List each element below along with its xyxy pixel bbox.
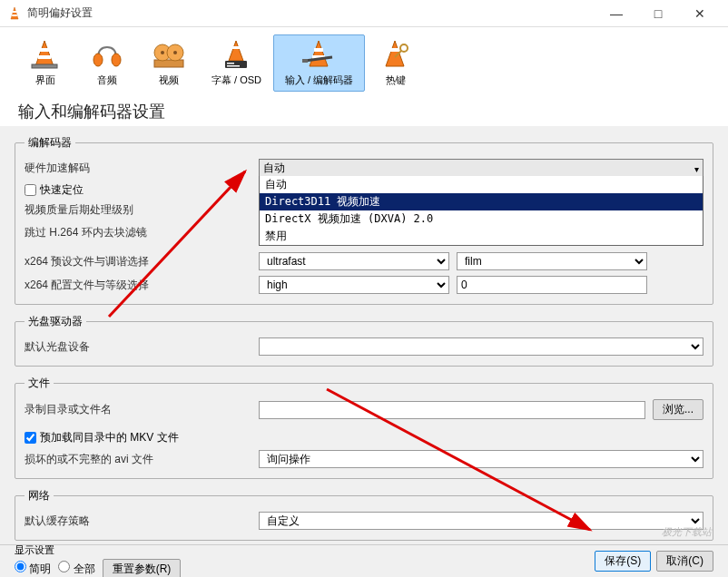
svg-marker-0: [11, 7, 18, 19]
default-disc-select[interactable]: [259, 337, 703, 356]
record-dir-label: 录制目录或文件名: [25, 402, 251, 417]
svg-rect-4: [40, 48, 49, 52]
svg-marker-19: [310, 41, 328, 66]
svg-rect-2: [12, 15, 17, 16]
tab-hotkeys[interactable]: 热键: [365, 34, 427, 92]
radio-simple-row[interactable]: 简明: [15, 561, 51, 577]
fast-seek-label: 快速定位: [40, 182, 84, 198]
minimize-button[interactable]: —: [595, 0, 637, 27]
tab-label: 视频: [159, 73, 179, 87]
svg-point-12: [161, 51, 164, 54]
svg-point-7: [93, 54, 103, 66]
footer: 显示设置 简明 全部 重置参数(R) 保存(S) 取消(C): [0, 544, 728, 577]
hw-decode-select-visible[interactable]: 自动: [259, 159, 703, 178]
preload-mkv-checkbox[interactable]: [25, 432, 36, 444]
svg-rect-1: [13, 11, 16, 13]
network-group: 网络 默认缓存策略 自定义: [15, 488, 713, 541]
cache-policy-label: 默认缓存策略: [25, 513, 251, 529]
skip-loop-label: 跳过 H.264 环内去块滤镜: [25, 225, 251, 240]
vlc-app-icon: [7, 6, 22, 21]
tab-label: 音频: [97, 73, 117, 87]
tab-video[interactable]: 视频: [138, 34, 200, 92]
chevron-down-icon: [694, 162, 699, 175]
window-title: 简明偏好设置: [27, 5, 595, 21]
radio-all[interactable]: [58, 561, 70, 572]
x264-profile-select[interactable]: high: [259, 276, 449, 294]
close-button[interactable]: ✕: [679, 0, 721, 27]
codec-legend: 编解码器: [25, 135, 75, 151]
svg-rect-5: [38, 55, 51, 59]
tab-audio[interactable]: 音频: [76, 34, 138, 92]
cone-jack-icon: [300, 39, 339, 72]
cone-board-icon: [218, 39, 256, 72]
browse-button[interactable]: 浏览...: [653, 399, 703, 420]
tab-interface[interactable]: 界面: [15, 34, 76, 92]
damaged-avi-select[interactable]: 询问操作: [259, 450, 703, 468]
watermark: 极光下载站: [662, 525, 712, 539]
window-controls: — □ ✕: [595, 0, 721, 27]
cone-key-icon: [377, 39, 415, 72]
codec-group: 编解码器 硬件加速解码 自动 自动 Direct3D11 视频加速 Direct…: [15, 135, 713, 305]
svg-rect-18: [227, 65, 240, 67]
postproc-label: 视频质量后期处理级别: [25, 202, 251, 218]
x264-preset-select[interactable]: ultrafast: [259, 252, 449, 270]
tab-label: 字幕 / OSD: [212, 73, 261, 87]
reset-button[interactable]: 重置参数(R): [103, 559, 182, 578]
dropdown-option-dxva2[interactable]: DirectX 视频加速 (DXVA) 2.0: [260, 210, 703, 228]
settings-scroll-area[interactable]: 编解码器 硬件加速解码 自动 自动 Direct3D11 视频加速 Direct…: [0, 126, 728, 577]
radio-simple[interactable]: [15, 561, 26, 572]
cancel-button[interactable]: 取消(C): [656, 551, 713, 572]
maximize-button[interactable]: □: [637, 0, 679, 27]
x264-tune-select[interactable]: film: [457, 252, 647, 270]
optical-legend: 光盘驱动器: [25, 314, 86, 329]
cone-icon: [26, 39, 64, 72]
toolbar: 界面 音频 视频 字幕 / OSD 输入 / 编解码器 热键: [0, 27, 728, 95]
svg-rect-17: [227, 63, 234, 64]
tab-label: 输入 / 编解码器: [285, 73, 353, 87]
damaged-avi-label: 损坏的或不完整的 avi 文件: [25, 452, 251, 467]
svg-rect-16: [225, 61, 247, 68]
dropdown-option-d3d11[interactable]: Direct3D11 视频加速: [260, 193, 703, 210]
film-icon: [150, 39, 188, 72]
svg-rect-20: [314, 48, 323, 52]
dropdown-option-auto[interactable]: 自动: [260, 176, 703, 193]
dropdown-option-disable[interactable]: 禁用: [260, 228, 703, 245]
record-dir-input[interactable]: [259, 401, 645, 419]
fast-seek-checkbox[interactable]: [25, 184, 36, 196]
radio-all-row[interactable]: 全部: [58, 561, 94, 577]
files-group: 文件 录制目录或文件名 浏览... 预加载同目录中的 MKV 文件 损坏的或不完…: [15, 376, 713, 479]
tab-label: 热键: [386, 73, 406, 87]
tab-label: 界面: [35, 73, 55, 87]
svg-rect-6: [32, 64, 57, 68]
tab-codecs[interactable]: 输入 / 编解码器: [273, 34, 365, 92]
svg-point-26: [400, 44, 408, 52]
svg-point-8: [112, 54, 121, 66]
display-settings-label: 显示设置: [15, 543, 181, 557]
hw-decode-label: 硬件加速解码: [25, 161, 251, 176]
svg-marker-14: [229, 41, 243, 61]
svg-rect-15: [231, 46, 241, 49]
optical-group: 光盘驱动器 默认光盘设备: [15, 314, 713, 367]
files-legend: 文件: [25, 376, 54, 391]
page-title: 输入和编解码器设置: [0, 95, 728, 126]
svg-rect-25: [390, 48, 399, 52]
tab-subtitles[interactable]: 字幕 / OSD: [200, 34, 273, 92]
headphones-icon: [88, 39, 126, 72]
svg-point-13: [173, 51, 177, 54]
network-legend: 网络: [25, 488, 54, 504]
hw-decode-value: 自动: [263, 161, 285, 176]
x264-profile-label: x264 配置文件与等级选择: [25, 278, 251, 293]
svg-rect-23: [302, 59, 308, 63]
svg-marker-3: [35, 41, 54, 66]
svg-rect-9: [154, 60, 183, 67]
hw-decode-dropdown[interactable]: 自动 Direct3D11 视频加速 DirectX 视频加速 (DXVA) 2…: [259, 176, 703, 246]
cache-policy-select[interactable]: 自定义: [259, 512, 703, 530]
titlebar: 简明偏好设置 — □ ✕: [0, 0, 728, 27]
svg-line-22: [305, 57, 332, 61]
save-button[interactable]: 保存(S): [595, 551, 651, 572]
x264-level-input[interactable]: [457, 276, 647, 294]
default-disc-label: 默认光盘设备: [25, 339, 251, 355]
x264-preset-label: x264 预设文件与调谐选择: [25, 254, 251, 269]
preload-mkv-label: 预加载同目录中的 MKV 文件: [40, 430, 179, 445]
